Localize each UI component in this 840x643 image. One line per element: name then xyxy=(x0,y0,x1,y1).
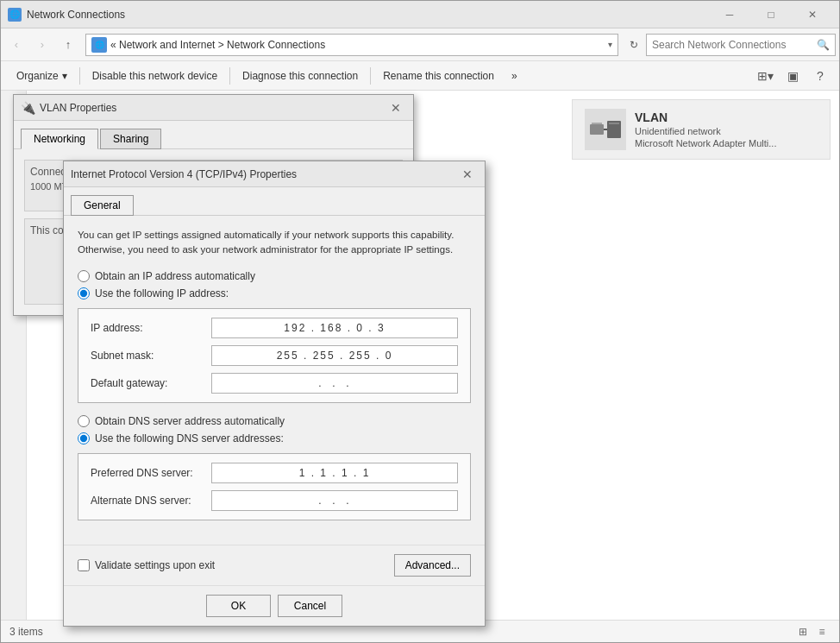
diagnose-button[interactable]: Diagnose this connection xyxy=(234,61,367,91)
organize-label: Organize xyxy=(16,70,59,82)
dns-fields-box: Preferred DNS server: Alternate DNS serv… xyxy=(78,453,471,520)
organize-button[interactable]: Organize ▾ xyxy=(8,61,76,91)
svg-rect-3 xyxy=(609,123,619,124)
search-input[interactable] xyxy=(652,39,817,51)
more-button[interactable]: » xyxy=(503,61,526,91)
alternate-dns-row: Alternate DNS server: xyxy=(91,490,458,511)
svg-rect-0 xyxy=(590,124,604,135)
view-chevron-icon: ▾ xyxy=(768,69,774,83)
disable-network-button[interactable]: Disable this network device xyxy=(84,61,226,91)
diagnose-label: Diagnose this connection xyxy=(242,70,358,82)
maximize-button[interactable]: □ xyxy=(751,1,791,28)
address-text: « Network and Internet > Network Connect… xyxy=(110,39,605,51)
status-right: ⊞ ≡ xyxy=(794,623,831,640)
address-bar[interactable]: 🌐 « Network and Internet > Network Conne… xyxy=(85,34,618,56)
vlan-dialog-title-bar: 🔌 VLAN Properties ✕ xyxy=(14,95,413,121)
alternate-dns-input[interactable] xyxy=(211,490,458,511)
tcpip-tabs: General xyxy=(64,187,485,216)
address-chevron-icon: ▾ xyxy=(608,40,612,49)
forward-button[interactable]: › xyxy=(30,33,54,57)
tcpip-dialog: Internet Protocol Version 4 (TCP/IPv4) P… xyxy=(63,161,486,627)
pane-icon: ▣ xyxy=(787,69,799,83)
tab-sharing[interactable]: Sharing xyxy=(100,129,161,149)
change-view-button[interactable]: ⊞ ▾ xyxy=(753,64,777,88)
dns-radio-group: Obtain DNS server address automatically … xyxy=(78,415,471,444)
tab-general[interactable]: General xyxy=(71,195,134,216)
vlan-info: VLAN Unidentified network Microsoft Netw… xyxy=(635,110,776,148)
help-button[interactable]: ? xyxy=(808,64,832,88)
more-chevron-icon: » xyxy=(511,70,517,82)
vlan-adapter: Microsoft Network Adapter Multi... xyxy=(635,138,776,148)
radio-manual-ip-text: Use the following IP address: xyxy=(95,287,229,299)
radio-auto-ip-label[interactable]: Obtain an IP address automatically xyxy=(78,270,471,282)
alternate-dns-label: Alternate DNS server: xyxy=(91,495,211,507)
preferred-dns-input[interactable] xyxy=(211,463,458,483)
search-bar[interactable]: 🔍 xyxy=(646,34,836,56)
radio-auto-ip[interactable] xyxy=(78,270,90,282)
subnet-mask-input[interactable] xyxy=(211,345,458,366)
vlan-status: Unidentified network xyxy=(635,126,776,136)
radio-manual-dns-label[interactable]: Use the following DNS server addresses: xyxy=(78,432,471,444)
title-bar: 🌐 Network Connections ─ □ ✕ xyxy=(1,1,839,28)
radio-manual-dns[interactable] xyxy=(78,432,90,444)
radio-auto-dns-text: Obtain DNS server address automatically xyxy=(95,415,285,427)
vlan-dialog-icon: 🔌 xyxy=(21,101,34,115)
ok-button[interactable]: OK xyxy=(206,595,271,617)
nav-bar: ‹ › ↑ 🌐 « Network and Internet > Network… xyxy=(1,28,839,61)
radio-manual-ip-label[interactable]: Use the following IP address: xyxy=(78,287,471,299)
tcpip-title-bar: Internet Protocol Version 4 (TCP/IPv4) P… xyxy=(64,161,485,187)
advanced-button[interactable]: Advanced... xyxy=(394,554,471,577)
subnet-mask-row: Subnet mask: xyxy=(91,345,458,366)
vlan-dialog-close-button[interactable]: ✕ xyxy=(386,98,406,118)
radio-manual-ip[interactable] xyxy=(78,287,90,299)
toolbar-separator-1 xyxy=(79,67,80,85)
view-icon: ⊞ xyxy=(757,69,768,83)
toolbar-separator-3 xyxy=(370,67,371,85)
tcpip-content: You can get IP settings assigned automat… xyxy=(64,216,485,545)
ip-radio-group: Obtain an IP address automatically Use t… xyxy=(78,270,471,299)
cancel-button[interactable]: Cancel xyxy=(278,595,342,617)
info-text: You can get IP settings assigned automat… xyxy=(78,228,471,258)
tcpip-dialog-footer: Validate settings upon exit Advanced... xyxy=(64,545,485,585)
list-view-button[interactable]: ≡ xyxy=(813,623,831,640)
vlan-card: VLAN Unidentified network Microsoft Netw… xyxy=(572,99,831,160)
vlan-dialog-tabs: Networking Sharing xyxy=(14,121,413,149)
preferred-dns-label: Preferred DNS server: xyxy=(91,467,211,479)
window-icon: 🌐 xyxy=(8,8,22,22)
radio-auto-dns[interactable] xyxy=(78,415,90,427)
main-window: 🌐 Network Connections ─ □ ✕ ‹ › ↑ 🌐 « Ne… xyxy=(0,0,840,643)
svg-rect-1 xyxy=(592,123,602,124)
grid-view-button[interactable]: ⊞ xyxy=(794,623,812,640)
vlan-name: VLAN xyxy=(635,110,776,124)
ip-address-label: IP address: xyxy=(91,322,211,334)
ip-address-row: IP address: xyxy=(91,318,458,338)
search-icon: 🔍 xyxy=(817,39,830,51)
tcpip-dialog-title: Internet Protocol Version 4 (TCP/IPv4) P… xyxy=(71,168,457,180)
minimize-button[interactable]: ─ xyxy=(710,1,749,28)
gateway-row: Default gateway: xyxy=(91,373,458,394)
organize-chevron-icon: ▾ xyxy=(62,70,67,82)
toolbar-right: ⊞ ▾ ▣ ? xyxy=(753,64,832,88)
gateway-label: Default gateway: xyxy=(91,377,211,389)
ok-cancel-area: OK Cancel xyxy=(64,585,485,626)
disable-label: Disable this network device xyxy=(92,70,217,82)
close-button[interactable]: ✕ xyxy=(793,1,832,28)
tab-networking[interactable]: Networking xyxy=(21,129,98,149)
up-button[interactable]: ↑ xyxy=(56,33,80,57)
refresh-button[interactable]: ↻ xyxy=(624,35,644,55)
window-controls: ─ □ ✕ xyxy=(710,1,832,28)
rename-button[interactable]: Rename this connection xyxy=(374,61,503,91)
ip-address-input[interactable] xyxy=(211,318,458,338)
footer-buttons: Advanced... xyxy=(394,554,471,577)
radio-auto-dns-label[interactable]: Obtain DNS server address automatically xyxy=(78,415,471,427)
validate-checkbox[interactable] xyxy=(78,559,90,571)
back-button[interactable]: ‹ xyxy=(4,33,28,57)
tcpip-dialog-close-button[interactable]: ✕ xyxy=(457,164,478,185)
preview-pane-button[interactable]: ▣ xyxy=(780,64,805,88)
gateway-input[interactable] xyxy=(211,373,458,394)
address-icon: 🌐 xyxy=(91,37,107,53)
ip-fields-box: IP address: Subnet mask: Default gateway… xyxy=(78,308,471,403)
validate-checkbox-label[interactable]: Validate settings upon exit xyxy=(78,559,215,571)
item-count: 3 items xyxy=(9,626,43,638)
radio-auto-ip-text: Obtain an IP address automatically xyxy=(95,270,255,282)
